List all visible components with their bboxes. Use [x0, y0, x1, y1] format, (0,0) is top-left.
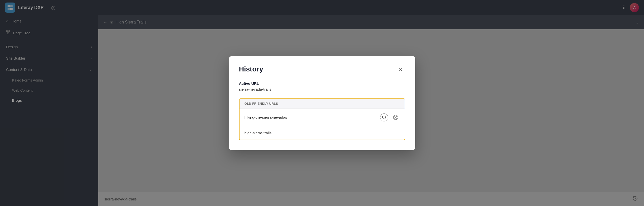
old-urls-container: OLD FRIENDLY URLS hiking-the-sierra-neva…	[239, 98, 405, 140]
modal-title: History	[239, 65, 263, 73]
old-url-text-1: hiking-the-sierra-nevadas	[245, 115, 380, 119]
url-action-icons-1	[380, 113, 400, 121]
delete-url-button-1[interactable]	[392, 113, 400, 121]
close-icon: ×	[399, 66, 402, 73]
active-url-section: Active URL sierra-nevada-trails	[239, 81, 405, 91]
old-url-row-2: high-sierra-trails	[240, 126, 405, 140]
history-modal: History × Active URL sierra-nevada-trail…	[229, 56, 415, 150]
modal-close-button[interactable]: ×	[396, 65, 405, 74]
restore-url-button-1[interactable]	[380, 113, 388, 121]
modal-header: History ×	[239, 65, 405, 74]
old-url-row-1: hiking-the-sierra-nevadas	[240, 109, 405, 126]
modal-overlay[interactable]: History × Active URL sierra-nevada-trail…	[0, 0, 644, 206]
old-urls-header: OLD FRIENDLY URLS	[240, 99, 405, 109]
active-url-value: sierra-nevada-trails	[239, 87, 405, 91]
old-url-text-2: high-sierra-trails	[245, 131, 400, 135]
active-url-label: Active URL	[239, 81, 405, 86]
